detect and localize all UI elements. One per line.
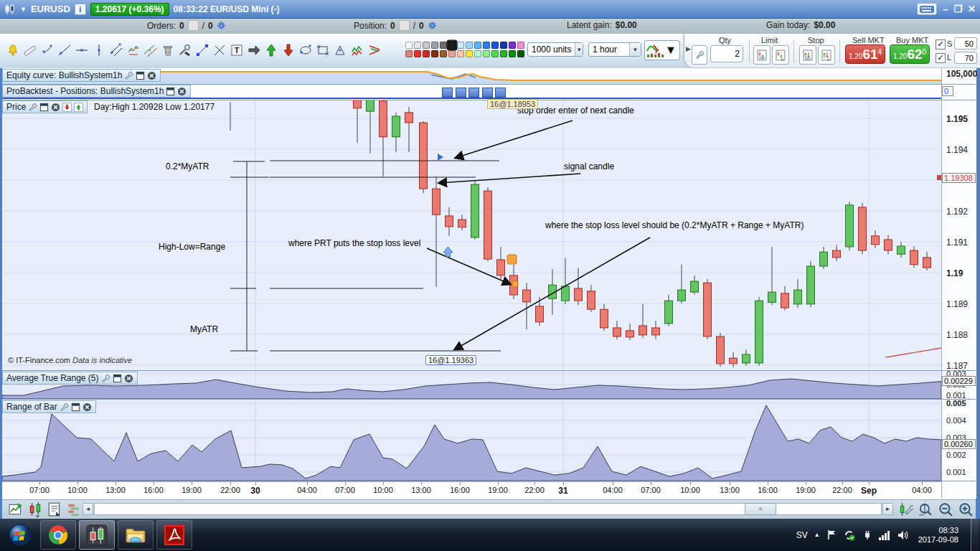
sell-market-button[interactable]: 1.20614 — [845, 44, 885, 64]
backtest-report-icon[interactable] — [66, 502, 82, 517]
limit-distance-input[interactable] — [954, 52, 977, 64]
show-desktop-button[interactable] — [971, 519, 979, 551]
tool-channel-icon[interactable] — [142, 39, 159, 61]
price-pane-tab[interactable]: Price — [2, 100, 88, 113]
publish-chart-icon[interactable] — [8, 502, 24, 517]
color-swatch[interactable] — [491, 42, 499, 49]
wrench-icon[interactable] — [101, 374, 110, 383]
close-button[interactable]: ✕ — [968, 4, 976, 15]
wrench-icon[interactable] — [60, 402, 69, 412]
color-swatch[interactable] — [517, 50, 524, 57]
tool-wedge-pattern-icon[interactable] — [366, 39, 382, 61]
tool-arrow-up-icon[interactable] — [263, 39, 279, 61]
color-swatch[interactable] — [517, 42, 524, 49]
color-swatch[interactable] — [491, 50, 499, 57]
zoom-in-icon[interactable] — [958, 502, 974, 517]
color-swatch[interactable] — [448, 41, 457, 50]
color-swatch[interactable] — [440, 50, 447, 57]
stop-checkbox[interactable]: ✓ — [936, 39, 946, 50]
price-chart[interactable] — [2, 100, 941, 370]
tool-crossed-lines-icon[interactable] — [211, 39, 227, 61]
close-icon[interactable] — [51, 103, 60, 112]
color-swatch[interactable] — [405, 42, 413, 49]
candlestick-symbol-icon[interactable] — [4, 4, 16, 15]
limit-checkbox[interactable]: ✓ — [936, 53, 946, 63]
position-box-icon[interactable] — [399, 20, 410, 31]
minimize-button[interactable]: – — [943, 4, 948, 15]
start-button[interactable] — [3, 521, 37, 549]
stop-marker-small[interactable] — [512, 281, 518, 287]
position-gear-icon[interactable] — [428, 21, 437, 30]
chart-type-dropdown-icon[interactable]: ▼ — [665, 42, 677, 59]
annotation-text[interactable]: 0.2*MyATR — [166, 161, 209, 171]
scroll-left-icon[interactable]: ◄ — [83, 503, 93, 515]
order-label[interactable]: 16@1.19363 — [425, 355, 476, 365]
stop-buy-order-button[interactable] — [799, 45, 816, 65]
stop-sell-order-button[interactable] — [818, 45, 835, 65]
annotation-text[interactable]: MyATR — [190, 324, 218, 334]
sync-status-icon[interactable] — [844, 529, 855, 541]
scroll-right-icon[interactable]: ► — [882, 503, 893, 515]
color-swatch[interactable] — [423, 42, 430, 49]
zoom-vertical-icon[interactable] — [918, 502, 933, 517]
tool-segment-icon[interactable] — [39, 39, 55, 61]
annotation-text[interactable]: signal candle — [564, 161, 614, 171]
stop-marker-square[interactable] — [507, 255, 517, 264]
color-swatch[interactable] — [509, 50, 516, 57]
timeframe-select[interactable]: 1 hour ▼ — [588, 42, 641, 57]
range-of-bar-chart[interactable] — [2, 400, 941, 481]
tool-zigzag-pattern-icon[interactable] — [349, 39, 365, 61]
window-icon[interactable] — [71, 402, 80, 412]
tool-arrow-down-icon[interactable] — [280, 39, 296, 61]
wrench-icon[interactable] — [28, 103, 37, 112]
chart-type-button[interactable]: ▼ — [644, 40, 680, 60]
range-pane-tab[interactable]: Range of Bar — [2, 400, 96, 413]
annotation-text[interactable]: where PRT puts the stop loss level — [288, 238, 420, 248]
positions-pane-tab[interactable]: ProBacktest - Positions: BullishSystem1h — [2, 85, 191, 98]
scrollbar-thumb[interactable]: ≡ — [745, 503, 776, 515]
language-indicator[interactable]: SV — [796, 530, 808, 540]
buy-arrow-icon[interactable] — [74, 103, 83, 112]
close-icon[interactable] — [147, 71, 156, 80]
volume-icon[interactable] — [897, 530, 909, 540]
taskbar-adobe-reader-button[interactable] — [156, 520, 192, 550]
window-icon[interactable] — [113, 374, 122, 383]
tool-drawing-settings-icon[interactable] — [176, 39, 193, 61]
limit-buy-order-button[interactable] — [753, 45, 771, 65]
pane-divider[interactable] — [2, 370, 976, 371]
units-select[interactable]: 1000 units ▼ — [527, 42, 583, 57]
trade-settings-wrench-icon[interactable] — [692, 45, 707, 65]
close-icon[interactable] — [83, 402, 92, 412]
tool-arrow-right-icon[interactable] — [245, 39, 262, 61]
pane-divider[interactable] — [2, 399, 976, 400]
color-swatch[interactable] — [466, 42, 473, 49]
color-swatch[interactable] — [423, 50, 430, 57]
tool-rectangle-icon[interactable] — [314, 39, 331, 61]
color-swatch[interactable] — [448, 50, 456, 57]
color-swatch[interactable] — [483, 50, 490, 57]
tool-trash-icon[interactable] — [159, 39, 176, 61]
color-swatch[interactable] — [500, 42, 507, 49]
atr-pane-tab[interactable]: Average True Range (5) — [2, 372, 138, 385]
color-swatch[interactable] — [414, 50, 421, 57]
notes-icon[interactable] — [47, 502, 62, 517]
color-swatch[interactable] — [457, 50, 464, 57]
annotation-text[interactable]: High-Low=Range — [159, 242, 225, 252]
taskbar-chrome-button[interactable] — [40, 520, 76, 550]
tool-ellipse-icon[interactable] — [297, 39, 314, 61]
color-swatch[interactable] — [431, 42, 438, 49]
tool-vertical-line-icon[interactable] — [90, 39, 107, 61]
color-swatch[interactable] — [474, 42, 481, 49]
candlestick-style-icon[interactable] — [27, 502, 43, 517]
close-icon[interactable] — [124, 374, 133, 383]
tool-text-note-icon[interactable]: T — [228, 39, 245, 61]
buy-market-button[interactable]: 1.20620 — [890, 44, 930, 64]
wrench-icon[interactable] — [124, 71, 133, 80]
instrument-info-button[interactable]: i — [75, 4, 86, 15]
chart-display-settings-icon[interactable] — [897, 502, 913, 517]
tool-alert-bell-icon[interactable] — [4, 39, 21, 61]
annotation-text[interactable]: where the stop loss level should be (0.2… — [545, 220, 804, 230]
order-label[interactable]: 16@1.18953 — [487, 99, 538, 109]
orders-box-icon[interactable] — [188, 20, 199, 31]
color-swatch[interactable] — [483, 42, 490, 49]
